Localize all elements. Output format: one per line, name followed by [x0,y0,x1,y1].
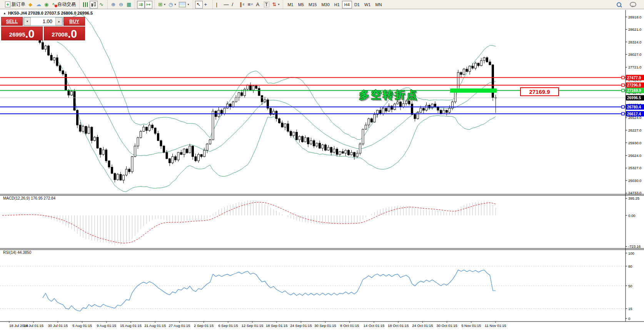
svg-text:25624.0: 25624.0 [628,153,641,158]
one-click-collapse-arrow[interactable]: ▲ [3,12,6,15]
svg-text:11 Nov 01:15: 11 Nov 01:15 [485,323,506,328]
svg-text:5 Nov 01:15: 5 Nov 01:15 [461,323,481,328]
svg-text:18 Sep 01:15: 18 Sep 01:15 [266,323,288,328]
svg-text:15 Aug 01:15: 15 Aug 01:15 [120,323,142,328]
svg-text:26227.0: 26227.0 [628,128,641,132]
svg-text:24 Jul 01:15: 24 Jul 01:15 [23,323,43,328]
sell-button[interactable]: SELL [1,17,23,26]
svg-text:24 Oct 01:15: 24 Oct 01:15 [412,323,433,328]
svg-text:27721.0: 27721.0 [628,65,641,69]
bollinger-band-line [57,42,496,156]
svg-text:12 Sep 01:15: 12 Sep 01:15 [242,323,264,328]
one-click-trading-panel: SELL ▼ ▲ BUY 26995 .0 27008 .0 [1,17,85,40]
svg-text:28324.0: 28324.0 [628,40,641,44]
svg-text:80: 80 [628,264,632,268]
highlight-trend-segment[interactable] [450,88,497,93]
terminal-window: +新订单◆☁◉∿自动交易∿⊕⊖▦⇉↦⊞▾◷▾▾↖+|—/∥E≡FAT⇅▾M1M5… [0,0,644,330]
svg-text:28918.0: 28918.0 [628,15,641,19]
svg-text:26996.5: 26996.5 [627,96,641,100]
turning-point-annotation[interactable]: 多空转折点 [359,88,419,102]
macd-label: MACD(12,26,9) 176.95 272.84 [3,196,55,200]
svg-text:395.25: 395.25 [628,196,639,200]
svg-text:14 Oct 01:15: 14 Oct 01:15 [364,323,384,328]
svg-text:15: 15 [628,307,632,311]
macd-signal-line [2,202,496,243]
rsi-label: RSI(14) 44.3850 [3,250,31,255]
macd-histogram [2,200,496,245]
svg-text:-723.16: -723.16 [628,244,641,248]
symbol-header: ▲ HK50-,H4 27028.0 27037.5 26806.0 26996… [3,11,93,15]
svg-text:30 Sep 01:15: 30 Sep 01:15 [314,323,336,328]
sell-price-main: 26995 [9,30,25,40]
sell-price-display[interactable]: 26995 .0 [1,27,43,40]
candles-layer [2,29,497,183]
svg-text:26617.4: 26617.4 [627,112,641,116]
buy-button[interactable]: BUY [63,17,85,26]
svg-text:28027.0: 28027.0 [628,52,641,57]
svg-text:27169.9: 27169.9 [627,88,641,93]
svg-text:18 Oct 01:15: 18 Oct 01:15 [388,323,409,328]
volume-increase-button[interactable]: ▲ [55,17,62,25]
time-axis: 18 Jul 201924 Jul 01:1530 Jul 01:155 Aug… [9,322,506,328]
sell-price-frac: .0 [25,28,35,40]
svg-text:27296.8: 27296.8 [627,83,641,87]
svg-text:8 Oct 01:15: 8 Oct 01:15 [340,323,359,328]
price-callout-box[interactable]: 27169.9 [520,87,559,96]
svg-text:25930.0: 25930.0 [628,141,641,145]
svg-text:21 Aug 01:15: 21 Aug 01:15 [144,323,166,328]
volume-decrease-button[interactable]: ▼ [24,17,31,25]
rsi-line [43,270,496,311]
svg-text:0: 0 [628,317,630,321]
svg-text:24 Sep 01:15: 24 Sep 01:15 [290,323,312,328]
svg-text:25030.0: 25030.0 [628,178,641,183]
buy-price-frac: .0 [68,28,77,40]
chart-canvas[interactable]: 28918.028621.028324.028027.027721.027424… [0,0,644,330]
volume-input[interactable] [31,17,55,25]
svg-text:9 Aug 01:15: 9 Aug 01:15 [97,323,116,328]
svg-text:5 Aug 01:15: 5 Aug 01:15 [72,323,92,328]
buy-price-display[interactable]: 27008 .0 [44,27,85,40]
svg-text:30 Oct 01:15: 30 Oct 01:15 [436,323,457,328]
svg-text:28621.0: 28621.0 [628,27,641,32]
buy-price-main: 27008 [52,30,68,40]
svg-text:100: 100 [628,251,634,255]
svg-text:6 Sep 01:15: 6 Sep 01:15 [218,323,238,328]
svg-text:25327.0: 25327.0 [628,166,641,170]
symbol-ohlc-text: HK50-,H4 27028.0 27037.5 26806.0 26996.5 [8,11,93,15]
price-axis: 28918.028621.028324.028027.027721.027424… [626,15,641,321]
volume-stepper: ▼ ▲ [23,17,63,26]
bollinger-band-line [57,60,496,192]
svg-text:50: 50 [628,284,632,288]
svg-text:27477.9: 27477.9 [627,76,641,80]
svg-text:2 Sep 01:15: 2 Sep 01:15 [194,323,214,328]
svg-text:30 Jul 01:15: 30 Jul 01:15 [48,323,68,328]
svg-text:26780.4: 26780.4 [627,105,641,109]
svg-text:27 Aug 01:15: 27 Aug 01:15 [169,323,190,328]
svg-text:24733.0: 24733.0 [628,191,641,195]
svg-text:0.00: 0.00 [628,213,636,218]
